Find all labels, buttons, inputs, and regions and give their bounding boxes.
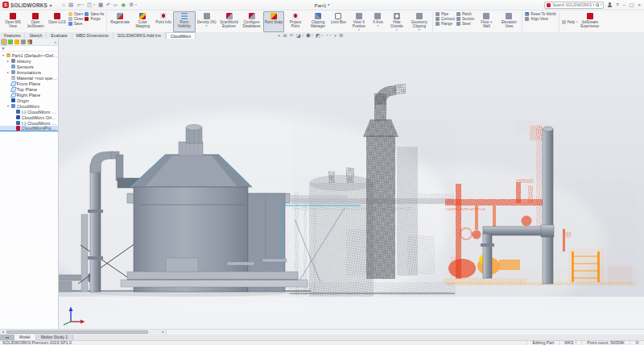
open-dropdown-icon[interactable]: ▾ [82,3,84,6]
tree-item-front-plane[interactable]: Front Plane [0,81,58,86]
units-selector[interactable]: MKS ▾ [559,341,581,345]
featuremanager-tab[interactable] [2,39,6,44]
view-orientation-dropdown-icon[interactable]: ▾ [312,34,313,37]
scrollbar-thumb[interactable] [6,330,148,334]
help-menu-button[interactable]: Help▾ [562,20,578,24]
tab-mbd-dimensions[interactable]: MBD Dimensions [72,32,114,39]
view-x-positive-button[interactable]: View X Positive▾ [348,11,370,32]
tree-item-sensors[interactable]: Sensors [0,64,58,69]
open-lgs-button[interactable]: Open LGS [47,11,68,32]
view-orientation-icon[interactable]: ⬢ [306,33,310,38]
reset-to-world-button[interactable]: Reset To World [525,12,555,16]
hide-show-items-icon[interactable]: ◔ [325,33,328,38]
steel-button[interactable]: Steel [456,22,474,26]
geometry-clipping-button[interactable]: Geometry Clipping▾ [408,11,431,32]
zoom-to-fit-icon[interactable]: ⌖ [278,33,280,38]
view-settings-icon[interactable]: ⚙ [339,33,343,38]
tree-item-history[interactable]: ▸ History [0,58,58,64]
print-icon[interactable]: ▦ [98,2,103,8]
search-icon[interactable] [596,3,599,6]
tab-sketch[interactable]: Sketch [25,32,47,39]
hide-outside-rectangle-button[interactable]: Hide Outside Rectangle▾ [386,11,408,32]
displaymanager-tab[interactable] [27,39,32,44]
floor-wall-button[interactable]: Floor + Wall [475,11,497,32]
edit-appearance-icon[interactable]: ◑ [333,33,336,38]
clipping-manager-button[interactable]: Clipping Manager [307,11,329,32]
flange-button[interactable]: Flange [436,22,455,26]
tree-item-origin[interactable]: Origin [0,98,58,103]
density-dropdown-icon[interactable]: ▾ [206,25,208,27]
status-gear-icon[interactable]: ⚙ [630,341,644,345]
options-dropdown-icon[interactable]: ▾ [135,3,137,6]
point-snap-button[interactable]: Point Snap [263,11,284,32]
configure-databases-button[interactable]: Configure Databases [241,11,263,32]
undo-icon[interactable]: ↶ [106,2,110,8]
tree-item-cloudworx-origin[interactable]: CloudWorx Origin [0,114,58,120]
help-search-input[interactable] [552,3,594,7]
minimize-button[interactable]: – [622,2,625,7]
point-info-button[interactable]: Point Info [154,11,172,32]
previous-view-icon[interactable]: ↶ [290,33,294,38]
x-axis-dropdown-icon[interactable]: ▾ [378,25,379,27]
geometry-clipping-dropdown-icon[interactable]: ▾ [419,29,420,31]
tree-item-right-plane[interactable]: Right Plane [0,92,58,98]
restore-button[interactable]: ▢ [630,2,634,7]
pipe-button[interactable]: Pipe [436,12,455,16]
zoom-to-area-icon[interactable]: ⊞ [283,33,287,38]
save-as-button[interactable]: Save As [85,12,104,16]
tree-item-top-plane[interactable]: Top Plane [0,86,58,92]
project-point-button[interactable]: Project Point [284,11,307,32]
graphics-area[interactable] [0,39,644,329]
new-document-icon[interactable]: ▤ [68,2,73,8]
x-axis-button[interactable]: X Axis▾ [370,11,386,32]
tab-solidworks-add-ins[interactable]: SOLIDWORKS Add-Ins [114,32,166,39]
section-view-dropdown-icon[interactable]: ▾ [302,34,303,37]
section-button[interactable]: Section [456,17,474,21]
tab-scroll-right-icon[interactable]: ▸ [8,335,10,339]
save-icon[interactable]: ◫ [87,2,92,8]
purge-button[interactable]: Purge [85,17,104,21]
elevation-view-button[interactable]: Elevation View [497,11,520,32]
propertymanager-tab[interactable] [8,39,13,44]
close-button[interactable]: Close [68,17,84,21]
menu-expand-arrow-icon[interactable]: ▶ [50,3,52,7]
tree-item-cloudworx-pointcloud[interactable]: CloudWorxPointCloud1 [0,126,58,131]
rebuild-icon[interactable]: ◉ [122,2,126,8]
tree-item-part[interactable]: ▾ Part1 (Default<<Default>_Display Sta..… [0,52,58,58]
open-file-icon[interactable]: ▱ [76,2,80,8]
section-view-icon[interactable]: ◪ [296,33,301,38]
save-button[interactable]: Save [68,22,84,26]
open-button[interactable]: Open [68,12,84,16]
hide-show-items-dropdown-icon[interactable]: ▾ [329,34,331,37]
hide-outside-rectangle-dropdown-icon[interactable]: ▾ [396,29,398,31]
filter-funnel-icon[interactable] [2,48,5,50]
help-button[interactable]: ? [616,2,618,7]
display-style-dropdown-icon[interactable]: ▾ [321,34,323,37]
search-dropdown-icon[interactable]: ▾ [601,3,602,6]
tree-item-material[interactable]: Material <not specified> [0,75,58,81]
login-user-icon[interactable] [608,2,612,7]
dimxpertmanager-tab[interactable] [21,39,26,44]
open-jetstream-button[interactable]: Open JetStream [24,11,47,32]
view-x-positive-dropdown-icon[interactable]: ▾ [358,29,360,31]
tab-cloudworx[interactable]: CloudWorx [166,32,196,39]
tree-item-cloudworx-boundingbox[interactable]: (-) CloudWorx BoundingBox [0,120,58,126]
color-mapping-button[interactable]: Color Mapping [131,11,154,32]
jetstream-experience-button[interactable]: JetStream Experience [579,11,601,32]
tab-evaluate[interactable]: Evaluate [47,32,72,39]
point-visibility-button[interactable]: Point Visibility [173,11,196,32]
panel-chevron-icon[interactable]: » [54,39,56,44]
scanworld-explorer-button[interactable]: ScanWorld Explorer [218,11,241,32]
patch-button[interactable]: Patch [456,12,474,16]
tab-features[interactable]: Features [0,32,25,39]
connect-button[interactable]: Connect [436,17,455,21]
tree-item-annotations[interactable]: ▸ Annotations [0,69,58,75]
configurationmanager-tab[interactable] [14,39,19,44]
open-ms-view-button[interactable]: Open MS View [2,11,24,32]
select-icon[interactable]: ▻ [114,2,118,8]
limit-box-button[interactable]: Limit Box [329,11,348,32]
home-icon[interactable]: ⌂ [62,2,65,8]
options-icon[interactable]: ⚙ [129,2,134,8]
density-button[interactable]: Density (%)▾ [196,11,218,32]
tree-item-cloudworx-folder[interactable]: ▾ CloudWorx [0,103,58,109]
